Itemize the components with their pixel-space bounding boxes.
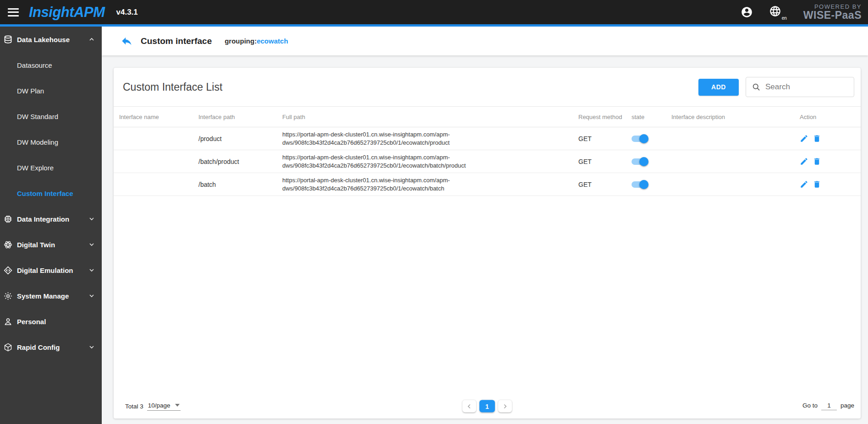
sidebar-item-personal[interactable]: Personal	[0, 309, 102, 334]
interface-path-cell: /batch	[198, 181, 282, 188]
accent-divider	[0, 24, 868, 27]
sidebar-item-dw-standard[interactable]: DW Standard	[0, 103, 102, 129]
add-button[interactable]: ADD	[698, 79, 739, 96]
sidebar-item-label: Data Lakehouse	[17, 36, 70, 43]
full-path-cell: https://portal-apm-desk-cluster01.cn.wis…	[282, 176, 578, 193]
chevron-down-icon	[88, 343, 95, 351]
app-version: v4.3.1	[116, 8, 138, 17]
request-method-cell: GET	[578, 135, 632, 142]
page-title: Custom interface	[141, 36, 212, 46]
language-code: en	[782, 16, 787, 21]
atom-icon	[3, 240, 13, 250]
delete-icon[interactable]	[813, 157, 821, 166]
grouping-info: grouping:ecowatch	[225, 37, 288, 45]
col-state: state	[632, 114, 671, 120]
sidebar-item-system-manage[interactable]: System Manage	[0, 283, 102, 309]
goto-page-suffix: page	[841, 402, 854, 409]
language-switcher[interactable]: en	[769, 5, 781, 19]
request-method-cell: GET	[578, 158, 632, 165]
caret-down-icon	[175, 404, 180, 407]
search-icon	[752, 82, 761, 92]
sidebar-item-rapid-config[interactable]: Rapid Config	[0, 334, 102, 360]
sidebar-item-datasource[interactable]: Datasource	[0, 52, 102, 78]
sidebar-item-dw-modeling[interactable]: DW Modeling	[0, 129, 102, 155]
action-cell	[800, 157, 861, 166]
search-box	[746, 77, 854, 97]
back-icon[interactable]	[121, 35, 133, 47]
table-footer: Total 3 10/page 1 Go to page	[114, 394, 861, 419]
card-title: Custom Interface List	[123, 81, 222, 93]
search-input[interactable]	[765, 82, 848, 92]
delete-icon[interactable]	[813, 180, 821, 189]
gear-icon	[3, 291, 13, 301]
state-toggle[interactable]	[632, 136, 647, 142]
toggle-knob	[639, 157, 648, 166]
edit-icon[interactable]	[800, 180, 808, 189]
hamburger-menu-icon[interactable]	[8, 8, 19, 16]
database-icon	[3, 35, 13, 44]
topbar-actions: en POWERED BY WISE-PaaS	[741, 3, 868, 22]
col-interface-path: Interface path	[198, 114, 282, 120]
card-header: Custom Interface List ADD	[114, 68, 861, 107]
table-header-row: Interface name Interface path Full path …	[114, 107, 861, 127]
col-full-path: Full path	[282, 114, 578, 120]
goto-page: Go to page	[802, 402, 854, 410]
state-toggle[interactable]	[632, 158, 647, 165]
table-row: /batch https://portal-apm-desk-cluster01…	[114, 173, 861, 196]
goto-page-input[interactable]	[821, 402, 837, 410]
sidebar-item-data-lakehouse[interactable]: Data Lakehouse	[0, 27, 102, 52]
full-path-cell: https://portal-apm-desk-cluster01.cn.wis…	[282, 130, 578, 147]
globe-icon	[769, 5, 781, 17]
interface-path-cell: /product	[198, 135, 282, 142]
pagination: 1	[462, 400, 512, 413]
powered-by-logo: POWERED BY WISE-PaaS	[803, 3, 862, 22]
custom-interface-card: Custom Interface List ADD Interface name…	[114, 68, 861, 419]
edit-icon[interactable]	[800, 134, 808, 143]
sidebar-item-digital-twin[interactable]: Digital Twin	[0, 232, 102, 257]
edit-icon[interactable]	[800, 157, 808, 166]
next-page-button[interactable]	[498, 400, 512, 413]
col-action: Action	[800, 114, 861, 120]
emulation-icon	[3, 266, 13, 275]
toggle-knob	[639, 180, 648, 189]
sidebar-item-dw-explore[interactable]: DW Explore	[0, 155, 102, 180]
chevron-down-icon	[88, 241, 95, 248]
goto-label: Go to	[802, 402, 818, 409]
main-area: Custom interface grouping:ecowatch Custo…	[102, 27, 868, 424]
app-logo: InsightAPM	[29, 4, 105, 21]
top-bar: InsightAPM v4.3.1 en POWERED BY WISE-Paa…	[0, 0, 868, 24]
full-path-cell: https://portal-apm-desk-cluster01.cn.wis…	[282, 153, 578, 170]
page-size-value: 10/page	[148, 402, 170, 409]
sidebar-item-digital-emulation[interactable]: Digital Emulation	[0, 257, 102, 283]
chip-icon	[3, 214, 13, 224]
request-method-cell: GET	[578, 181, 632, 188]
table-empty-space	[114, 196, 861, 394]
state-cell	[632, 158, 671, 165]
state-toggle[interactable]	[632, 181, 647, 188]
chevron-up-icon	[88, 36, 95, 43]
sidebar-item-custom-interface[interactable]: Custom Interface	[0, 180, 102, 206]
action-cell	[800, 180, 861, 189]
col-interface-name: Interface name	[114, 114, 198, 120]
cube-icon	[3, 342, 13, 352]
sidebar-item-data-integration[interactable]: Data Integration	[0, 206, 102, 232]
delete-icon[interactable]	[813, 134, 821, 143]
wise-paas-logo: WISE-PaaS	[803, 9, 862, 22]
sidebar-item-dw-plan[interactable]: DW Plan	[0, 78, 102, 103]
chevron-down-icon	[88, 292, 95, 299]
page-button-1[interactable]: 1	[479, 400, 495, 413]
state-cell	[632, 181, 671, 188]
interface-path-cell: /batch/product	[198, 158, 282, 165]
action-cell	[800, 134, 861, 143]
page-size-select[interactable]: 10/page	[147, 402, 181, 411]
toggle-knob	[639, 134, 648, 143]
state-cell	[632, 136, 671, 142]
total-count: Total 3	[125, 403, 143, 410]
table-row: /product https://portal-apm-desk-cluster…	[114, 127, 861, 150]
prev-page-button[interactable]	[462, 400, 476, 413]
col-request-method: Request method	[578, 114, 632, 120]
person-icon	[3, 317, 13, 326]
page-subheader: Custom interface grouping:ecowatch	[102, 27, 868, 55]
account-icon[interactable]	[741, 6, 753, 18]
grouping-label: grouping:	[225, 37, 257, 45]
